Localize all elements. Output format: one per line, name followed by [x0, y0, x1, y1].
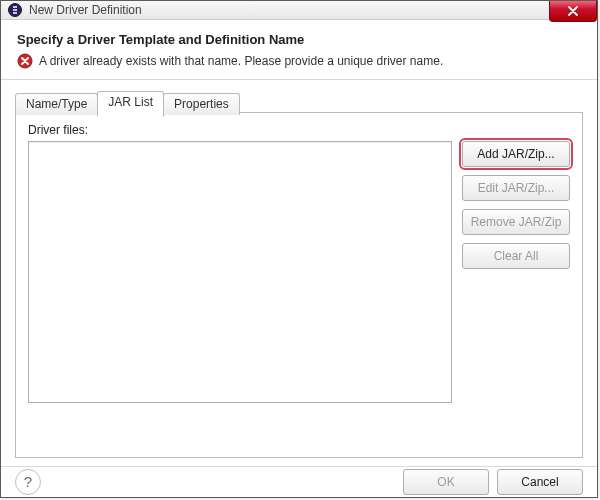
svg-rect-2: [13, 9, 17, 11]
dialog-footer: ? OK Cancel: [1, 466, 597, 497]
tab-panel: Name/Type JAR List Properties Driver fil…: [15, 112, 583, 458]
dialog-body: Name/Type JAR List Properties Driver fil…: [1, 80, 597, 466]
tab-jar-list[interactable]: JAR List: [97, 91, 164, 117]
tab-bar: Name/Type JAR List Properties: [15, 91, 239, 114]
window-title: New Driver Definition: [29, 3, 142, 17]
svg-rect-3: [13, 12, 17, 14]
tab-properties[interactable]: Properties: [163, 93, 240, 115]
tab-name-type[interactable]: Name/Type: [15, 93, 98, 115]
jar-content-row: Add JAR/Zip... Edit JAR/Zip... Remove JA…: [28, 141, 570, 445]
titlebar: New Driver Definition: [1, 1, 597, 20]
edit-jar-button[interactable]: Edit JAR/Zip...: [462, 175, 570, 201]
close-button[interactable]: [549, 1, 597, 22]
driver-files-list[interactable]: [28, 141, 452, 403]
header-title: Specify a Driver Template and Definition…: [17, 32, 581, 47]
tab-content-jar-list: Driver files: Add JAR/Zip... Edit JAR/Zi…: [16, 113, 582, 457]
add-jar-button[interactable]: Add JAR/Zip...: [462, 141, 570, 167]
dialog-window: New Driver Definition Specify a Driver T…: [0, 0, 598, 498]
header-message-row: A driver already exists with that name. …: [17, 53, 581, 69]
help-button[interactable]: ?: [15, 469, 41, 495]
jar-side-buttons: Add JAR/Zip... Edit JAR/Zip... Remove JA…: [462, 141, 570, 269]
clear-all-button[interactable]: Clear All: [462, 243, 570, 269]
ok-button[interactable]: OK: [403, 469, 489, 495]
header-area: Specify a Driver Template and Definition…: [1, 20, 597, 80]
remove-jar-button[interactable]: Remove JAR/Zip: [462, 209, 570, 235]
cancel-button[interactable]: Cancel: [497, 469, 583, 495]
svg-rect-1: [13, 6, 17, 8]
driver-files-label: Driver files:: [28, 123, 570, 137]
error-icon: [17, 53, 33, 69]
header-message: A driver already exists with that name. …: [39, 54, 443, 68]
app-icon: [7, 2, 23, 18]
